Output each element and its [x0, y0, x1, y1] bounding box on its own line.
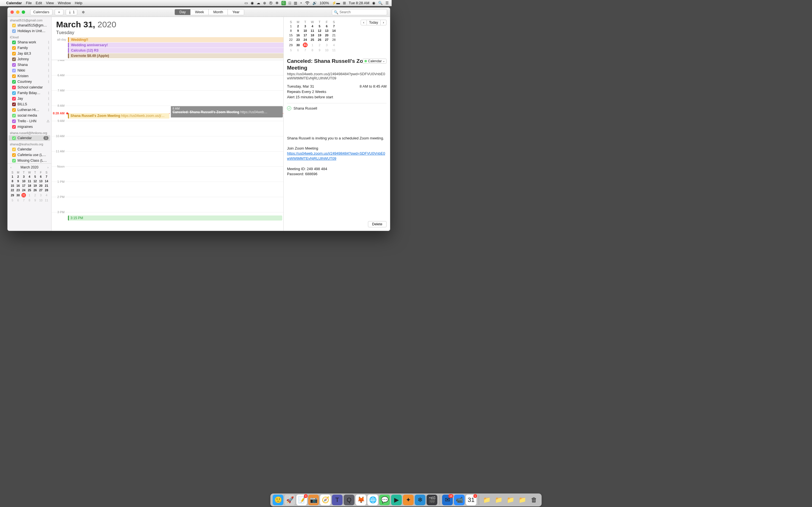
today-button[interactable]: Today [367, 20, 380, 25]
calendar-day[interactable]: 30 [295, 42, 301, 48]
calendar-item[interactable]: ✓Jay⦚ [8, 96, 51, 101]
calendar-checkbox[interactable]: ✓ [12, 74, 16, 78]
view-day[interactable]: Day [175, 9, 190, 15]
calendar-checkbox[interactable]: ✓ [12, 114, 16, 117]
menu-window[interactable]: Window [58, 1, 71, 5]
calendar-day[interactable]: 2 [295, 24, 301, 28]
next-day-button[interactable]: › [380, 20, 387, 25]
calendar-checkbox[interactable]: ✓ [12, 97, 16, 101]
calendar-day[interactable]: 26 [33, 188, 38, 192]
notification-center-icon[interactable]: ☰ [386, 1, 389, 5]
calendar-day[interactable]: 31 [21, 193, 26, 198]
delete-button[interactable]: Delete [368, 221, 387, 227]
calendar-item[interactable]: ✓Calendar1 [9, 135, 50, 141]
calendar-day[interactable]: 6 [295, 48, 301, 52]
calendar-day[interactable]: 23 [15, 188, 20, 192]
calendar-item[interactable]: ✓Calendar [8, 147, 51, 152]
calendar-item[interactable]: ✓BILLS⦚ [8, 101, 51, 107]
calendar-item[interactable]: ✓social media [8, 113, 51, 118]
calendar-day[interactable]: 4 [27, 175, 32, 179]
minimize-button[interactable] [16, 10, 19, 14]
calendar-day[interactable]: 14 [44, 179, 49, 183]
bluetooth-icon[interactable]: ᛭ [300, 1, 302, 5]
next-month-button[interactable]: › [46, 166, 50, 169]
calendar-item[interactable]: ✓Kristen⦚ [8, 73, 51, 79]
calendar-checkbox[interactable]: ✓ [12, 86, 16, 89]
calendar-day[interactable]: 30 [15, 193, 20, 198]
calendar-day[interactable]: 4 [44, 193, 49, 198]
calendar-day[interactable]: 4 [331, 42, 337, 48]
calendar-day[interactable]: 29 [288, 42, 294, 48]
add-event-button[interactable]: ＋ [55, 9, 63, 15]
calendar-day[interactable]: 10 [21, 179, 26, 183]
calendar-item[interactable]: ✓Family⦚ [8, 45, 51, 51]
spotlight-icon[interactable]: 🔍 [378, 1, 383, 5]
calendar-day[interactable]: 15 [288, 33, 294, 37]
calendar-item[interactable]: ✓Lutheran Hi…⦚ [8, 107, 51, 113]
attendee-row[interactable]: ✓ Shana Russell [287, 103, 387, 110]
calendar-day[interactable]: 3 [323, 42, 330, 48]
calendar-item[interactable]: ✓Missing Class (L… [8, 158, 51, 163]
calendar-day[interactable]: 23 [295, 38, 301, 42]
menu-view[interactable]: View [46, 1, 54, 5]
calendar-day[interactable]: 22 [288, 38, 294, 42]
calendar-day[interactable]: 20 [38, 184, 43, 187]
calendar-day[interactable]: 5 [288, 48, 294, 52]
timer-icon[interactable]: ⊕ [263, 1, 266, 5]
battery-icon[interactable]: ⚡▬ [332, 1, 340, 5]
status-icon-1[interactable]: ⦿ [269, 1, 273, 5]
calendar-day[interactable]: 18 [27, 184, 32, 187]
facetime-icon[interactable]: ▭ [245, 1, 248, 5]
calendar-day[interactable]: 3 [302, 24, 308, 28]
calendar-day[interactable]: 2 [15, 175, 20, 179]
calendar-day[interactable]: 12 [33, 179, 38, 183]
calendar-checkbox[interactable]: ✓ [12, 119, 16, 123]
calendar-day[interactable]: 11 [309, 29, 315, 33]
calendar-day[interactable]: 7 [302, 48, 308, 52]
event-notes[interactable]: Shana Russell is inviting you to a sched… [287, 136, 387, 177]
calendar-day[interactable]: 1 [10, 175, 15, 179]
calendar-checkbox[interactable]: ✓ [12, 46, 16, 50]
calendar-day[interactable]: 17 [302, 33, 308, 37]
calendar-day[interactable]: 10 [302, 29, 308, 33]
status-icon-3[interactable]: C [282, 1, 286, 5]
airplay-icon[interactable]: ⌸ [289, 1, 291, 5]
calendar-day[interactable]: 6 [15, 198, 20, 202]
calendar-day[interactable]: 13 [323, 29, 330, 33]
cloud-icon[interactable]: ☁ [257, 1, 260, 5]
hour-grid[interactable]: 5 AM6 AM7 AM8 AM9 AM10 AM11 AMNoon1 PM2 … [52, 60, 283, 231]
calendar-item[interactable]: ✓Nikki⦚ [8, 68, 51, 73]
calendar-day[interactable]: 7 [331, 24, 337, 28]
calendar-day[interactable]: 11 [44, 198, 49, 202]
calendar-day[interactable]: 28 [331, 38, 337, 42]
calendar-item[interactable]: ✓Shana work⦚ [8, 40, 51, 45]
calendar-item[interactable]: ✓Jay &lt;3⦚ [8, 51, 51, 56]
calendar-day[interactable]: 31 [302, 42, 308, 48]
calendar-picker[interactable]: Calendar [363, 59, 387, 64]
calendar-day[interactable]: 21 [44, 184, 49, 187]
calendar-checkbox[interactable]: ✓ [12, 24, 16, 27]
view-week[interactable]: Week [191, 9, 209, 15]
search-field[interactable]: 🔍 [332, 9, 387, 15]
calendar-day[interactable]: 27 [38, 188, 43, 192]
calendar-day[interactable]: 28 [44, 188, 49, 192]
calendar-day[interactable]: 27 [323, 38, 330, 42]
calendar-day[interactable]: 14 [331, 29, 337, 33]
calendar-day[interactable]: 6 [323, 24, 330, 28]
calendar-day[interactable]: 9 [33, 198, 38, 202]
calendar-day[interactable]: 26 [316, 38, 323, 42]
calendar-day[interactable]: 15 [10, 184, 15, 187]
calendar-checkbox[interactable]: ✓ [12, 103, 16, 106]
search-input[interactable] [340, 10, 385, 14]
menubar-clock[interactable]: Tue 8:28 AM [349, 1, 369, 5]
calendar-day[interactable]: 6 [38, 175, 43, 179]
all-day-event[interactable]: Wedding!! [68, 37, 283, 42]
calendar-day[interactable]: 9 [295, 29, 301, 33]
calendar-day[interactable]: 9 [15, 179, 20, 183]
calendar-checkbox[interactable]: ✓ [12, 125, 16, 129]
calendar-day[interactable]: 2 [316, 42, 323, 48]
calendar-checkbox[interactable]: ✓ [12, 108, 16, 112]
timed-event[interactable]: 3:15 PM [68, 216, 282, 221]
calendar-item[interactable]: ✓Holidays in Unit… [8, 28, 51, 34]
calendar-day[interactable]: 19 [316, 33, 323, 37]
